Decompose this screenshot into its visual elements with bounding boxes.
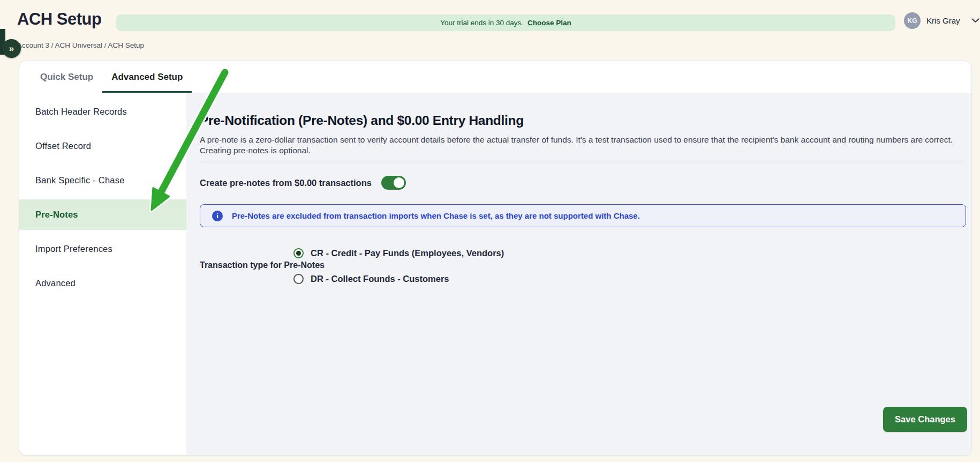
setup-card: Quick Setup Advanced Setup Batch Header … bbox=[19, 61, 972, 456]
radio-option-dr-collect[interactable]: DR - Collect Founds - Customers bbox=[293, 273, 449, 285]
section-description: A pre-note is a zero-dollar transaction … bbox=[200, 135, 961, 155]
radio-option-label: CR - Credit - Pay Funds (Employees, Vend… bbox=[311, 248, 504, 258]
info-icon: i bbox=[212, 211, 223, 221]
sidebar-item-offset-record[interactable]: Offset Record bbox=[19, 131, 186, 161]
section-heading: Pre-Notification (Pre-Notes) and $0.00 E… bbox=[200, 113, 524, 128]
chase-info-note: i Pre-Notes are excluded from transactio… bbox=[200, 204, 966, 227]
chevron-down-icon[interactable] bbox=[971, 18, 979, 23]
radio-option-label: DR - Collect Founds - Customers bbox=[311, 274, 449, 284]
sidebar-item-batch-header-records[interactable]: Batch Header Records bbox=[19, 96, 186, 127]
trial-message: Your trial ends in 30 days. bbox=[440, 19, 523, 27]
radio-unselected-icon[interactable] bbox=[293, 274, 304, 284]
settings-sidebar: Batch Header Records Offset Record Bank … bbox=[19, 93, 186, 455]
sidebar-item-advanced[interactable]: Advanced bbox=[19, 268, 186, 299]
breadcrumb: Account 3 / ACH Universal / ACH Setup bbox=[17, 41, 144, 49]
transaction-type-label: Transaction type for Pre-Notes bbox=[200, 259, 325, 271]
sidebar-item-bank-specific-chase[interactable]: Bank Specific - Chase bbox=[19, 165, 186, 196]
choose-plan-link[interactable]: Choose Plan bbox=[527, 19, 571, 27]
tab-quick-setup[interactable]: Quick Setup bbox=[31, 61, 102, 93]
create-pre-notes-row: Create pre-notes from $0.00 transactions bbox=[200, 176, 406, 190]
double-chevron-right-icon: » bbox=[9, 43, 14, 54]
divider bbox=[200, 162, 965, 162]
expand-sidebar-button[interactable]: » bbox=[2, 39, 21, 58]
toggle-label: Create pre-notes from $0.00 transactions bbox=[200, 178, 372, 188]
trial-banner: Your trial ends in 30 days. Choose Plan bbox=[116, 14, 895, 31]
tab-advanced-setup[interactable]: Advanced Setup bbox=[102, 61, 192, 93]
save-changes-button[interactable]: Save Changes bbox=[883, 407, 967, 432]
sidebar-item-pre-notes[interactable]: Pre-Notes bbox=[19, 199, 186, 230]
toggle-knob bbox=[394, 177, 404, 188]
user-name: Kris Gray bbox=[926, 16, 960, 25]
ach-setup-page: ACH Setup Your trial ends in 30 days. Ch… bbox=[0, 0, 980, 462]
page-title: ACH Setup bbox=[17, 10, 101, 29]
radio-option-cr-credit[interactable]: CR - Credit - Pay Funds (Employees, Vend… bbox=[293, 247, 504, 259]
sidebar-item-import-preferences[interactable]: Import Preferences bbox=[19, 234, 186, 264]
pre-notes-panel: Pre-Notification (Pre-Notes) and $0.00 E… bbox=[186, 93, 971, 455]
radio-selected-icon[interactable] bbox=[293, 248, 304, 258]
create-pre-notes-toggle[interactable] bbox=[381, 176, 406, 190]
avatar[interactable]: KG bbox=[904, 12, 921, 29]
user-menu[interactable]: KG Kris Gray bbox=[904, 12, 979, 29]
tab-bar: Quick Setup Advanced Setup bbox=[19, 61, 971, 93]
info-note-text: Pre-Notes are excluded from transaction … bbox=[232, 211, 640, 220]
